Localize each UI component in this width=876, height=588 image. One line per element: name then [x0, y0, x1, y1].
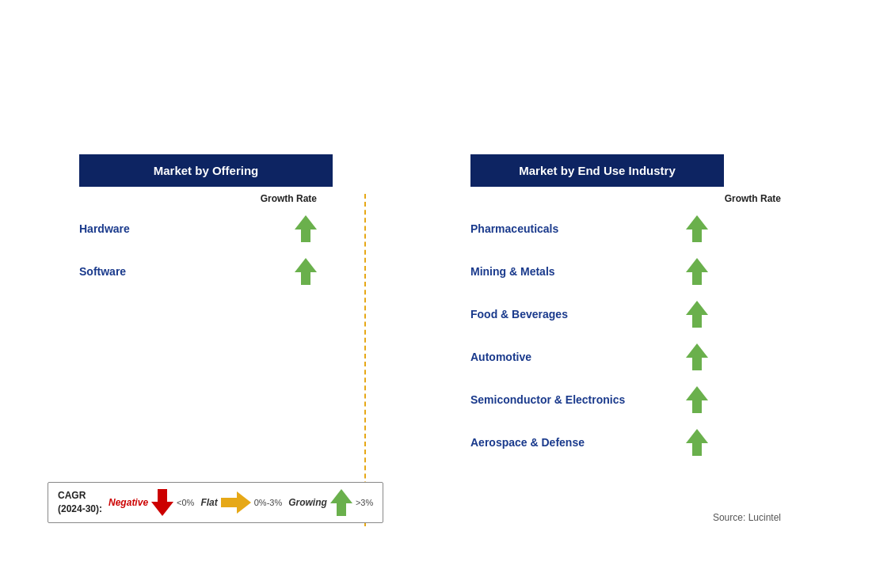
legend-box: CAGR(2024-30): Negative <0% Flat 0%-3% G… — [48, 482, 383, 523]
semiconductor-green-arrow-icon — [686, 386, 708, 413]
mining-metals-arrow-container — [686, 258, 724, 285]
legend-negative-item: Negative <0% — [109, 489, 194, 516]
aerospace-defense-green-arrow-icon — [686, 429, 708, 456]
growing-label: Growing — [288, 497, 327, 508]
growing-range: >3% — [356, 498, 373, 507]
mining-metals-row: Mining & Metals — [470, 250, 724, 293]
software-green-arrow-icon — [295, 258, 317, 285]
software-label: Software — [79, 265, 126, 278]
aerospace-defense-row: Aerospace & Defense — [470, 421, 724, 464]
left-panel-header: Market by Offering — [79, 154, 333, 187]
flat-yellow-arrow-icon — [221, 491, 251, 514]
semiconductor-label: Semiconductor & Electronics — [470, 393, 625, 406]
software-row: Software — [79, 250, 333, 293]
automotive-row: Automotive — [470, 336, 724, 378]
left-growth-rate-label: Growth Rate — [87, 193, 341, 204]
aerospace-defense-arrow-container — [686, 429, 724, 456]
automotive-label: Automotive — [470, 351, 531, 363]
food-beverages-row: Food & Beverages — [470, 293, 724, 336]
automotive-arrow-container — [686, 343, 724, 370]
hardware-arrow-container — [295, 215, 333, 242]
pharmaceuticals-row: Pharmaceuticals — [470, 207, 724, 250]
flat-range: 0%-3% — [254, 498, 282, 507]
pharmaceuticals-arrow-container — [686, 215, 724, 242]
flat-label: Flat — [200, 497, 217, 508]
pharmaceuticals-green-arrow-icon — [686, 215, 708, 242]
automotive-green-arrow-icon — [686, 343, 708, 370]
right-panel-header: Market by End Use Industry — [470, 154, 724, 187]
right-growth-rate-label: Growth Rate — [551, 193, 805, 204]
food-beverages-green-arrow-icon — [686, 301, 708, 328]
software-arrow-container — [295, 258, 333, 285]
legend-growing-item: Growing >3% — [288, 489, 373, 516]
hardware-green-arrow-icon — [295, 215, 317, 242]
semiconductor-row: Semiconductor & Electronics — [470, 378, 724, 421]
legend-flat-item: Flat 0%-3% — [200, 491, 282, 514]
pharmaceuticals-label: Pharmaceuticals — [470, 222, 558, 235]
cagr-label: CAGR(2024-30): — [58, 489, 102, 516]
negative-label: Negative — [109, 497, 148, 508]
negative-range: <0% — [177, 498, 194, 507]
mining-metals-green-arrow-icon — [686, 258, 708, 285]
mining-metals-label: Mining & Metals — [470, 265, 555, 278]
source-text: Source: Lucintel — [713, 512, 828, 523]
aerospace-defense-label: Aerospace & Defense — [470, 436, 585, 449]
food-beverages-label: Food & Beverages — [470, 308, 568, 321]
food-beverages-arrow-container — [686, 301, 724, 328]
hardware-label: Hardware — [79, 222, 130, 235]
growing-green-arrow-icon — [330, 489, 352, 516]
negative-red-arrow-icon — [151, 489, 173, 516]
hardware-row: Hardware — [79, 207, 333, 250]
semiconductor-arrow-container — [686, 386, 724, 413]
